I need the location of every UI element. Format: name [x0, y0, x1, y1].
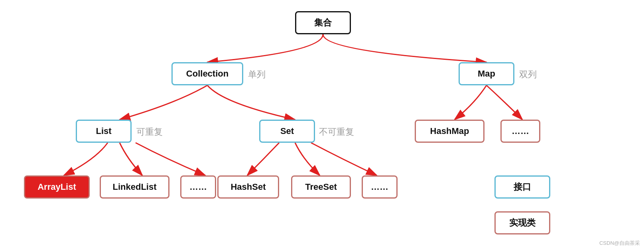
legend-interface: 接口: [494, 175, 550, 199]
list-node: List: [76, 120, 132, 143]
watermark: CSDN@自由茶采: [599, 240, 640, 247]
diagram: 集合 Collection Map List Set HashMap …… Ar…: [0, 0, 644, 250]
set-dots-node: ……: [362, 175, 398, 199]
list-dots-node: ……: [180, 175, 216, 199]
legend-impl: 实现类: [494, 211, 550, 234]
hashmap-node: HashMap: [415, 120, 484, 143]
map-node: Map: [459, 62, 514, 85]
single-col-annotation: 单列: [248, 69, 266, 81]
double-col-annotation: 双列: [519, 69, 537, 81]
root-node: 集合: [295, 11, 351, 34]
hashset-node: HashSet: [217, 175, 279, 199]
arraylist-node: ArrayList: [24, 175, 90, 199]
collection-node: Collection: [171, 62, 243, 85]
treeset-node: TreeSet: [291, 175, 351, 199]
set-node: Set: [259, 120, 315, 143]
repeatable-annotation: 可重复: [136, 126, 163, 138]
non-repeatable-annotation: 不可重复: [319, 126, 354, 138]
linkedlist-node: LinkedList: [100, 175, 169, 199]
map-dots-node: ……: [500, 120, 540, 143]
